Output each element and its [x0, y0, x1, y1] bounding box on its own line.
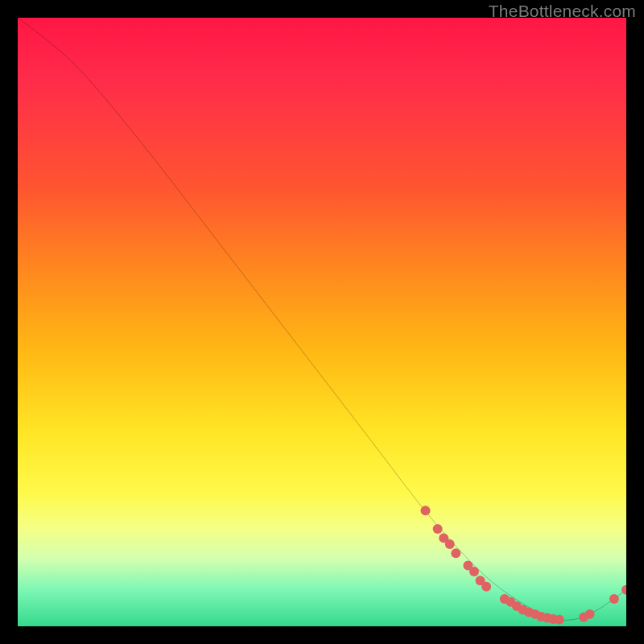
data-point	[439, 533, 448, 543]
data-point	[500, 594, 510, 604]
data-point	[518, 605, 527, 615]
data-point	[579, 613, 588, 622]
chart-stage: TheBottleneck.com	[0, 0, 644, 644]
data-point	[543, 613, 552, 622]
data-point	[481, 582, 491, 592]
data-point	[463, 560, 473, 570]
data-point	[536, 612, 546, 621]
data-point	[530, 609, 540, 619]
data-point	[621, 585, 626, 595]
data-point	[512, 601, 522, 611]
data-point	[445, 539, 455, 549]
curve-path	[18, 18, 626, 620]
data-point	[469, 567, 479, 576]
data-point	[555, 615, 564, 625]
data-point	[548, 614, 558, 624]
data-point	[585, 609, 595, 619]
data-point	[609, 594, 619, 604]
data-point	[433, 524, 443, 534]
data-point	[476, 576, 485, 585]
data-point	[451, 548, 460, 558]
data-point	[506, 597, 515, 607]
plot-area	[18, 18, 626, 626]
markers-group	[421, 506, 626, 624]
chart-svg	[18, 18, 626, 626]
data-point	[524, 608, 534, 617]
watermark-label: TheBottleneck.com	[489, 2, 636, 21]
data-point	[421, 506, 431, 515]
